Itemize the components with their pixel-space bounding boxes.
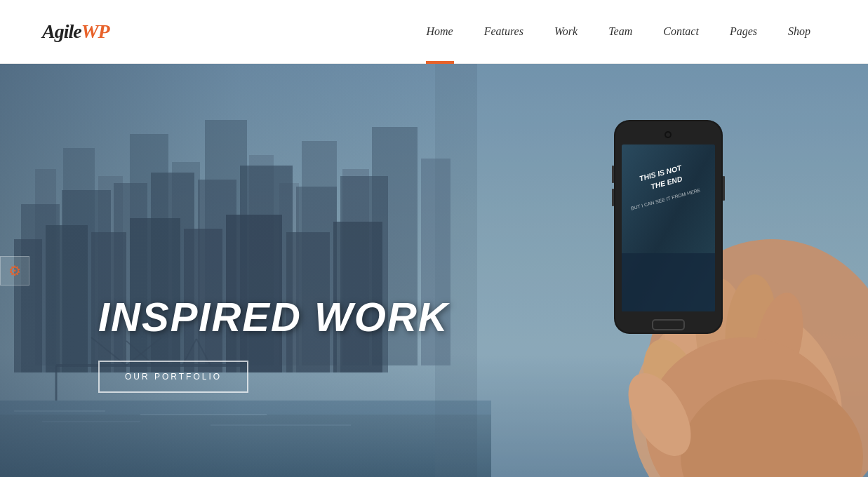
- nav-item-home[interactable]: Home: [410, 0, 468, 64]
- svg-rect-67: [723, 176, 725, 201]
- nav-item-shop[interactable]: Shop: [773, 0, 826, 64]
- header: AgileWP Home Features Work Team Contact …: [0, 0, 868, 64]
- logo[interactable]: AgileWP: [42, 20, 109, 43]
- hero-title: INSPIRED WORK: [98, 295, 449, 340]
- svg-rect-65: [612, 166, 614, 183]
- gear-icon: ⚙: [8, 262, 21, 279]
- logo-agile: Agile: [42, 20, 81, 42]
- hero-content: INSPIRED WORK OUR PORTFOLIO: [98, 295, 449, 393]
- svg-rect-58: [622, 253, 715, 311]
- nav-item-work[interactable]: Work: [539, 0, 593, 64]
- main-nav: Home Features Work Team Contact Pages Sh…: [410, 0, 826, 64]
- svg-rect-66: [612, 189, 614, 206]
- nav-item-contact[interactable]: Contact: [648, 0, 714, 64]
- logo-wp: WP: [81, 20, 109, 42]
- svg-rect-42: [0, 64, 477, 477]
- nav-item-pages[interactable]: Pages: [714, 0, 773, 64]
- svg-point-63: [666, 133, 670, 137]
- hero-section: THIS IS NOT THE END BUT I CAN SEE IT FRO…: [0, 64, 868, 477]
- portfolio-button[interactable]: OUR PORTFOLIO: [98, 361, 248, 393]
- nav-item-team[interactable]: Team: [593, 0, 648, 64]
- settings-button[interactable]: ⚙: [0, 256, 29, 285]
- nav-item-features[interactable]: Features: [469, 0, 539, 64]
